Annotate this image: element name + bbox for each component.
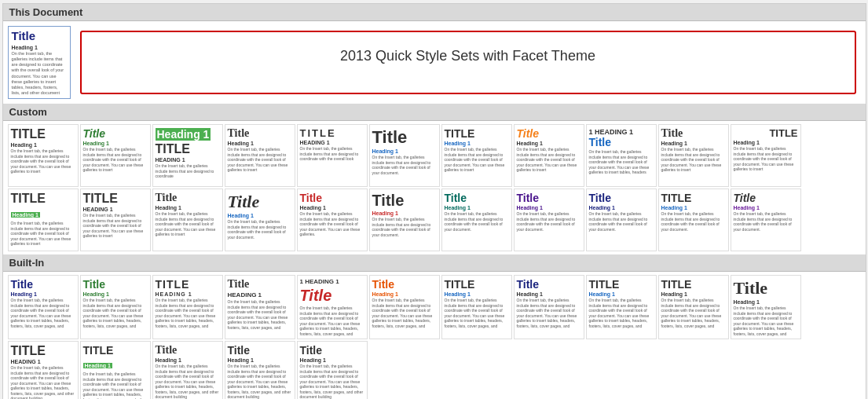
card-heading: Heading 1 [300,357,364,363]
custom-card-4[interactable]: Title Heading 1 On the Insert tab, the g… [225,124,295,187]
card-body: On the Insert tab, the galleries include… [228,219,292,240]
builtin-label: Built-In [9,257,45,269]
card-body: On the Insert tab, the galleries include… [734,211,798,232]
builtin-card-2[interactable]: Title Heading 1 On the Insert tab, the g… [80,275,151,339]
this-doc-title: Title [12,29,67,43]
builtin-card-13[interactable]: TITLE Heading 1 On the Insert tab, the g… [80,341,151,399]
builtin-card-4[interactable]: Title HEADING 1 On the Insert tab, the g… [225,275,295,339]
card-heading: Heading 1 [734,299,798,305]
card-body: On the Insert tab, the galleries include… [156,364,220,399]
builtin-card-9[interactable]: TITLE Heading 1 On the Insert tab, the g… [586,275,657,339]
card-body: On the Insert tab, the galleries include… [661,211,726,232]
card-body: On the Insert tab, the galleries include… [228,299,292,330]
card-title: Title [300,344,364,357]
builtin-card-5[interactable]: 1 HEADING 1 Title On the Insert tab, the… [297,275,368,339]
card-title: Title [734,278,798,298]
card-heading: HEADING 1 [156,157,220,163]
card-title: TITLE [661,192,726,204]
card-body: On the Insert tab, the galleries include… [734,146,798,172]
custom-card-21[interactable]: TITLE Heading 1 On the Insert tab, the g… [658,189,729,251]
card-heading: HEADING 1 [156,291,220,297]
builtin-card-12[interactable]: TITLE HEADING 1 On the Insert tab, the g… [8,341,79,399]
builtin-card-14[interactable]: Title Heading 1 On the Insert tab, the g… [152,341,223,399]
card-body: On the Insert tab, the galleries include… [300,211,364,237]
card-body: On the Insert tab, the galleries include… [156,211,220,237]
builtin-card-8[interactable]: Title Heading 1 On the Insert tab, the g… [514,275,584,339]
card-title: Title [156,344,220,357]
this-document-header: This Document [3,4,866,21]
card-heading: Heading 1 [83,363,112,368]
this-doc-heading: Heading 1 [12,45,67,50]
card-title: TITLE [11,344,75,358]
card-title: Title [83,278,148,291]
card-heading: Heading 1 [445,205,509,210]
custom-card-7[interactable]: TITLE Heading 1 On the Insert tab, the g… [441,124,512,187]
custom-card-13[interactable]: TITLE HEADING 1 On the Insert tab, the g… [80,189,151,251]
this-document-area: Title Heading 1 On the Insert tab, the g… [3,21,866,104]
card-title: Title [517,192,581,204]
builtin-card-10[interactable]: TITLE Heading 1 On the Insert tab, the g… [658,275,729,339]
custom-card-17[interactable]: Title Heading 1 On the Insert tab, the g… [369,189,440,251]
card-heading: Heading 1 [589,205,654,210]
this-doc-body: On the Insert tab, the galleries include… [12,51,67,96]
custom-card-18[interactable]: Title Heading 1 On the Insert tab, the g… [441,189,512,251]
card-title: Title [589,136,654,148]
card-heading: Heading 1 [11,212,40,218]
custom-header: Custom [3,104,866,121]
card-heading: Heading 1 [83,291,148,297]
custom-card-2[interactable]: Title Heading 1 On the Insert tab, the g… [80,124,151,187]
builtin-card-16[interactable]: Title Heading 1 On the Insert tab, the g… [297,341,368,399]
builtin-card-1[interactable]: Title Heading 1 On the Insert tab, the g… [8,275,79,339]
card-title: Title [372,127,437,148]
custom-card-14[interactable]: Title Heading 1 On the Insert tab, the g… [152,189,223,251]
builtin-header: Built-In [3,254,866,272]
card-title: TITLE [445,127,509,140]
builtin-card-11[interactable]: Title Heading 1 On the Insert tab, the g… [731,275,801,339]
card-heading: Heading 1 [228,141,292,146]
card-title: TITLE [661,278,726,291]
card-title: Title [517,278,581,291]
builtin-card-7[interactable]: TITLE Heading 1 On the Insert tab, the g… [441,275,512,339]
card-title: TITLE [11,192,75,206]
this-document-card[interactable]: Title Heading 1 On the Insert tab, the g… [8,26,71,99]
builtin-card-3[interactable]: TITLE HEADING 1 On the Insert tab, the g… [152,275,223,339]
card-title: TITLE [734,127,798,139]
card-title: Title [228,344,292,357]
custom-grid: TITLE Heading 1 On the Insert tab, the g… [3,121,866,254]
card-title: Title [517,127,581,140]
card-heading: 1 HEADING 1 [589,128,654,136]
custom-card-22[interactable]: Title Heading 1 On the Insert tab, the g… [731,189,801,251]
custom-card-6[interactable]: Title Heading 1 On the Insert tab, the g… [369,124,440,187]
card-heading: HEADING 1 [83,207,148,212]
card-body: On the Insert tab, the galleries include… [517,298,581,328]
custom-card-3[interactable]: Heading 1 TITLE HEADING 1 On the Insert … [152,124,223,187]
card-body: On the Insert tab, the galleries include… [300,306,364,336]
card-heading: Heading 1 [517,291,581,297]
custom-card-20[interactable]: Title Heading 1 On the Insert tab, the g… [586,189,657,251]
card-title: TITLE [445,278,509,291]
custom-card-9[interactable]: 1 HEADING 1 Title On the Insert tab, the… [586,124,657,187]
card-heading: HEADING 1 [300,140,364,145]
card-heading: Heading 1 [228,357,292,363]
card-heading: Heading 1 [11,142,75,148]
custom-card-12[interactable]: TITLE Heading 1 On the Insert tab, the g… [8,189,79,251]
custom-card-15[interactable]: Title Heading 1 On the Insert tab, the g… [225,189,295,251]
card-title: TITLE [11,127,75,141]
custom-card-16[interactable]: Title Heading 1 On the Insert tab, the g… [297,189,368,251]
card-heading: Heading 1 [372,210,437,216]
card-heading: Heading 1 [156,205,220,210]
card-title: Title [83,127,148,140]
custom-card-8[interactable]: Title Heading 1 On the Insert tab, the g… [514,124,584,187]
custom-card-10[interactable]: Title Heading 1 On the Insert tab, the g… [658,124,729,187]
card-body: On the Insert tab, the galleries include… [300,146,364,162]
custom-card-1[interactable]: TITLE Heading 1 On the Insert tab, the g… [8,124,79,187]
card-body: On the Insert tab, the galleries include… [83,372,148,399]
card-heading: Heading 1 [372,291,437,297]
builtin-card-15[interactable]: Title Heading 1 On the Insert tab, the g… [225,341,295,399]
card-body: On the Insert tab, the galleries include… [445,298,509,328]
custom-card-19[interactable]: Title Heading 1 On the Insert tab, the g… [514,189,584,251]
custom-card-5[interactable]: TITLE HEADING 1 On the Insert tab, the g… [297,124,368,187]
card-body: On the Insert tab, the galleries include… [517,147,581,173]
builtin-card-6[interactable]: Title Heading 1 On the Insert tab, the g… [369,275,440,339]
custom-card-11[interactable]: TITLE Heading 1 On the Insert tab, the g… [731,124,801,187]
